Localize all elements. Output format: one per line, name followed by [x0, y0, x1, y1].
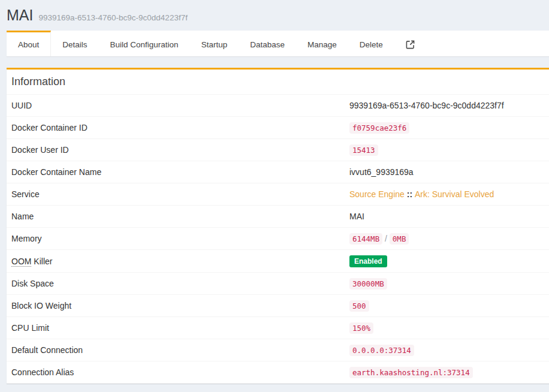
- tab-delete[interactable]: Delete: [348, 31, 394, 56]
- page-title: MAI: [7, 7, 33, 23]
- row-value: 150%: [345, 317, 549, 339]
- row-value: earth.kaashosting.nl:37314: [345, 361, 549, 384]
- service-separator: ::: [405, 189, 415, 199]
- info-row: Docker User ID15413: [7, 139, 549, 161]
- row-label: Docker Container Name: [7, 161, 345, 183]
- row-label: Memory: [7, 228, 345, 250]
- code-value: 6144MB: [349, 233, 382, 245]
- tab-about[interactable]: About: [7, 31, 51, 56]
- row-value: 9939169a-6513-4760-bc9c-9c0dd4223f7f: [345, 95, 549, 117]
- text-value: 9939169a-6513-4760-bc9c-9c0dd4223f7f: [349, 101, 504, 110]
- info-row: OOM KillerEnabled: [7, 250, 549, 273]
- code-value: f0759cae23f6: [349, 122, 409, 134]
- code-value: earth.kaashosting.nl:37314: [349, 367, 473, 378]
- text-value: MAI: [349, 212, 364, 221]
- row-label: OOM Killer: [7, 250, 345, 273]
- tab-label: Delete: [360, 40, 383, 49]
- panel-title: Information: [7, 70, 549, 95]
- info-row: Memory6144MB / 0MB: [7, 228, 549, 250]
- external-link-icon: [406, 40, 415, 49]
- row-value: 0.0.0.0:37314: [345, 339, 549, 361]
- tab-manage[interactable]: Manage: [296, 31, 348, 56]
- info-row: NameMAI: [7, 206, 549, 228]
- code-value: 30000MB: [349, 278, 387, 290]
- information-table-body: UUID9939169a-6513-4760-bc9c-9c0dd4223f7f…: [7, 95, 549, 384]
- row-label: Service: [7, 183, 345, 206]
- row-value: f0759cae23f6: [345, 117, 549, 139]
- row-label: Name: [7, 206, 345, 228]
- row-value: 30000MB: [345, 273, 549, 295]
- tab-external-link[interactable]: [394, 31, 426, 56]
- value-separator: /: [382, 234, 390, 243]
- text-value: ivvut6_9939169a: [349, 167, 414, 177]
- page-header: MAI9939169a-6513-4760-bc9c-9c0dd4223f7f: [0, 0, 549, 31]
- row-value: Enabled: [345, 250, 549, 273]
- info-row: CPU Limit150%: [7, 317, 549, 339]
- info-row: Disk Space30000MB: [7, 273, 549, 295]
- row-value: 6144MB / 0MB: [345, 228, 549, 250]
- page-uuid: 9939169a-6513-4760-bc9c-9c0dd4223f7f: [38, 13, 187, 22]
- row-label: Default Connection: [7, 339, 345, 361]
- service-link[interactable]: Source Engine: [349, 189, 405, 199]
- info-row: Block IO Weight500: [7, 295, 549, 317]
- information-panel: Information UUID9939169a-6513-4760-bc9c-…: [7, 68, 549, 384]
- row-value: 500: [345, 295, 549, 317]
- tab-label: About: [18, 40, 39, 49]
- info-row: Connection Aliasearth.kaashosting.nl:373…: [7, 361, 549, 384]
- row-value: Source Engine :: Ark: Survival Evolved: [345, 183, 549, 206]
- row-value: ivvut6_9939169a: [345, 161, 549, 183]
- tab-label: Build Configuration: [110, 40, 179, 49]
- tab-build-configuration[interactable]: Build Configuration: [99, 31, 190, 56]
- row-label: Block IO Weight: [7, 295, 345, 317]
- info-row: Docker Container Nameivvut6_9939169a: [7, 161, 549, 183]
- info-row: ServiceSource Engine :: Ark: Survival Ev…: [7, 183, 549, 206]
- tab-details[interactable]: Details: [51, 31, 98, 56]
- code-value: 15413: [349, 144, 378, 156]
- code-value: 500: [349, 300, 369, 312]
- service-option-link[interactable]: Ark: Survival Evolved: [415, 189, 494, 199]
- row-value: MAI: [345, 206, 549, 228]
- code-value: 0MB: [390, 233, 409, 245]
- code-value: 150%: [349, 322, 373, 334]
- tab-bar: AboutDetailsBuild ConfigurationStartupDa…: [7, 31, 549, 56]
- tab-database[interactable]: Database: [239, 31, 296, 56]
- abbr-term: OOM: [11, 257, 31, 267]
- row-label: UUID: [7, 95, 345, 117]
- information-table: UUID9939169a-6513-4760-bc9c-9c0dd4223f7f…: [7, 95, 549, 384]
- code-value: 0.0.0.0:37314: [349, 345, 414, 356]
- info-row: UUID9939169a-6513-4760-bc9c-9c0dd4223f7f: [7, 95, 549, 117]
- tab-label: Manage: [307, 40, 337, 49]
- row-label: Connection Alias: [7, 361, 345, 384]
- row-label: Disk Space: [7, 273, 345, 295]
- tab-startup[interactable]: Startup: [190, 31, 239, 56]
- tab-label: Details: [62, 40, 87, 49]
- info-row: Docker Container IDf0759cae23f6: [7, 117, 549, 139]
- info-row: Default Connection0.0.0.0:37314: [7, 339, 549, 361]
- row-label: Docker Container ID: [7, 117, 345, 139]
- row-value: 15413: [345, 139, 549, 161]
- status-badge: Enabled: [349, 255, 387, 267]
- row-label: CPU Limit: [7, 317, 345, 339]
- tab-label: Startup: [201, 40, 228, 49]
- row-label: Docker User ID: [7, 139, 345, 161]
- tab-label: Database: [250, 40, 285, 49]
